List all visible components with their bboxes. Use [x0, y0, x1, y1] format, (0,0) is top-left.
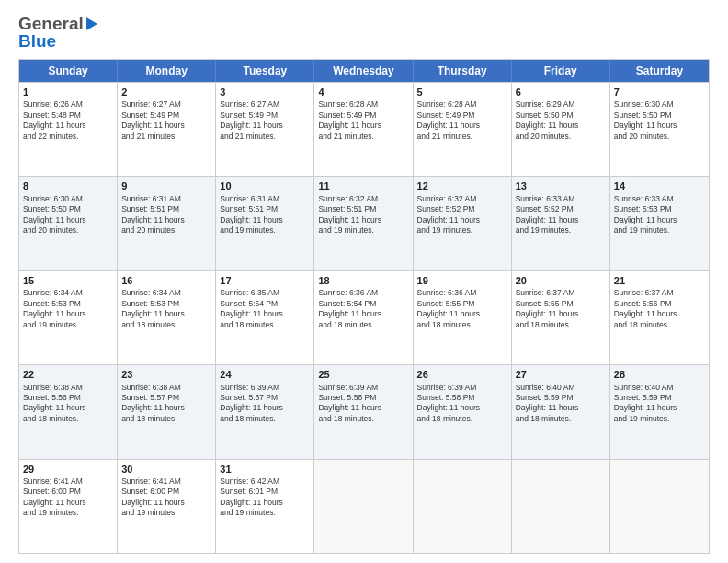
day-info: Sunrise: 6:27 AMSunset: 5:49 PMDaylight:…: [121, 99, 211, 142]
day-cell-10: 10Sunrise: 6:31 AMSunset: 5:51 PMDayligh…: [216, 177, 314, 270]
day-header-tuesday: Tuesday: [216, 60, 314, 82]
day-info: Sunrise: 6:32 AMSunset: 5:51 PMDaylight:…: [318, 194, 408, 236]
day-info: Sunrise: 6:37 AMSunset: 5:55 PMDaylight:…: [516, 288, 606, 330]
day-cell-31: 31Sunrise: 6:42 AMSunset: 6:01 PMDayligh…: [216, 460, 314, 553]
logo-arrow-icon: [86, 17, 97, 30]
day-header-sunday: Sunday: [19, 60, 118, 82]
day-header-saturday: Saturday: [610, 60, 709, 82]
day-info: Sunrise: 6:29 AMSunset: 5:50 PMDaylight:…: [516, 99, 606, 142]
day-info: Sunrise: 6:26 AMSunset: 5:48 PMDaylight:…: [23, 99, 113, 142]
day-number: 14: [614, 179, 705, 192]
day-number: 13: [516, 179, 606, 192]
day-header-friday: Friday: [512, 60, 610, 82]
day-cell-18: 18Sunrise: 6:36 AMSunset: 5:54 PMDayligh…: [314, 271, 413, 364]
day-info: Sunrise: 6:42 AMSunset: 6:01 PMDaylight:…: [220, 477, 310, 519]
day-number: 25: [318, 368, 408, 381]
day-number: 12: [417, 179, 507, 192]
day-number: 27: [516, 368, 606, 381]
calendar-week-1: 1Sunrise: 6:26 AMSunset: 5:48 PMDaylight…: [19, 82, 709, 176]
logo: General Blue: [18, 15, 97, 50]
day-number: 28: [614, 368, 705, 381]
day-cell-16: 16Sunrise: 6:34 AMSunset: 5:53 PMDayligh…: [118, 271, 216, 364]
day-cell-21: 21Sunrise: 6:37 AMSunset: 5:56 PMDayligh…: [610, 271, 709, 364]
day-number: 4: [318, 86, 408, 98]
day-cell-27: 27Sunrise: 6:40 AMSunset: 5:59 PMDayligh…: [512, 365, 610, 458]
day-info: Sunrise: 6:33 AMSunset: 5:53 PMDaylight:…: [614, 194, 705, 236]
calendar: SundayMondayTuesdayWednesdayThursdayFrid…: [18, 59, 710, 554]
day-cell-4: 4Sunrise: 6:28 AMSunset: 5:49 PMDaylight…: [314, 83, 413, 176]
day-number: 26: [417, 368, 507, 381]
day-info: Sunrise: 6:34 AMSunset: 5:53 PMDaylight:…: [121, 288, 211, 330]
day-info: Sunrise: 6:28 AMSunset: 5:49 PMDaylight:…: [318, 99, 408, 142]
day-number: 18: [318, 274, 408, 287]
day-cell-9: 9Sunrise: 6:31 AMSunset: 5:51 PMDaylight…: [118, 177, 216, 270]
calendar-week-5: 29Sunrise: 6:41 AMSunset: 6:00 PMDayligh…: [19, 459, 709, 553]
day-number: 15: [23, 274, 113, 287]
logo-blue-text: Blue: [18, 32, 97, 50]
calendar-header: SundayMondayTuesdayWednesdayThursdayFrid…: [19, 60, 709, 82]
empty-cell: [414, 460, 512, 553]
day-cell-1: 1Sunrise: 6:26 AMSunset: 5:48 PMDaylight…: [19, 83, 118, 176]
logo-text: General: [18, 15, 84, 32]
day-info: Sunrise: 6:30 AMSunset: 5:50 PMDaylight:…: [614, 99, 705, 142]
day-cell-26: 26Sunrise: 6:39 AMSunset: 5:58 PMDayligh…: [414, 365, 512, 458]
day-cell-30: 30Sunrise: 6:41 AMSunset: 6:00 PMDayligh…: [118, 460, 216, 553]
day-cell-17: 17Sunrise: 6:35 AMSunset: 5:54 PMDayligh…: [216, 271, 314, 364]
day-number: 6: [516, 86, 606, 98]
day-info: Sunrise: 6:27 AMSunset: 5:49 PMDaylight:…: [220, 99, 310, 142]
page: General Blue SundayMondayTuesdayWednesda…: [0, 0, 728, 563]
day-cell-23: 23Sunrise: 6:38 AMSunset: 5:57 PMDayligh…: [118, 365, 216, 458]
day-number: 5: [417, 86, 507, 98]
day-info: Sunrise: 6:33 AMSunset: 5:52 PMDaylight:…: [516, 194, 606, 236]
day-header-thursday: Thursday: [414, 60, 512, 82]
day-info: Sunrise: 6:28 AMSunset: 5:49 PMDaylight:…: [417, 99, 507, 142]
day-cell-13: 13Sunrise: 6:33 AMSunset: 5:52 PMDayligh…: [512, 177, 610, 270]
day-cell-8: 8Sunrise: 6:30 AMSunset: 5:50 PMDaylight…: [19, 177, 118, 270]
calendar-body: 1Sunrise: 6:26 AMSunset: 5:48 PMDaylight…: [19, 82, 709, 553]
day-number: 2: [121, 86, 211, 98]
empty-cell: [512, 460, 610, 553]
day-number: 9: [121, 179, 211, 192]
day-number: 16: [121, 274, 211, 287]
day-cell-20: 20Sunrise: 6:37 AMSunset: 5:55 PMDayligh…: [512, 271, 610, 364]
day-info: Sunrise: 6:31 AMSunset: 5:51 PMDaylight:…: [121, 194, 211, 236]
day-header-wednesday: Wednesday: [314, 60, 413, 82]
day-info: Sunrise: 6:37 AMSunset: 5:56 PMDaylight:…: [614, 288, 705, 330]
day-cell-29: 29Sunrise: 6:41 AMSunset: 6:00 PMDayligh…: [19, 460, 118, 553]
day-number: 3: [220, 86, 310, 98]
day-cell-7: 7Sunrise: 6:30 AMSunset: 5:50 PMDaylight…: [610, 83, 709, 176]
day-cell-5: 5Sunrise: 6:28 AMSunset: 5:49 PMDaylight…: [414, 83, 512, 176]
day-info: Sunrise: 6:39 AMSunset: 5:57 PMDaylight:…: [220, 383, 310, 425]
day-info: Sunrise: 6:34 AMSunset: 5:53 PMDaylight:…: [23, 288, 113, 330]
day-number: 24: [220, 368, 310, 381]
day-number: 20: [516, 274, 606, 287]
day-number: 8: [23, 179, 113, 192]
day-info: Sunrise: 6:39 AMSunset: 5:58 PMDaylight:…: [417, 383, 507, 425]
day-info: Sunrise: 6:40 AMSunset: 5:59 PMDaylight:…: [516, 383, 606, 425]
day-number: 21: [614, 274, 705, 287]
day-info: Sunrise: 6:41 AMSunset: 6:00 PMDaylight:…: [121, 477, 211, 519]
day-cell-19: 19Sunrise: 6:36 AMSunset: 5:55 PMDayligh…: [414, 271, 512, 364]
day-cell-2: 2Sunrise: 6:27 AMSunset: 5:49 PMDaylight…: [118, 83, 216, 176]
day-info: Sunrise: 6:39 AMSunset: 5:58 PMDaylight:…: [318, 383, 408, 425]
day-number: 1: [23, 86, 113, 98]
day-info: Sunrise: 6:36 AMSunset: 5:55 PMDaylight:…: [417, 288, 507, 330]
day-number: 31: [220, 463, 310, 476]
calendar-week-2: 8Sunrise: 6:30 AMSunset: 5:50 PMDaylight…: [19, 176, 709, 270]
day-cell-24: 24Sunrise: 6:39 AMSunset: 5:57 PMDayligh…: [216, 365, 314, 458]
day-info: Sunrise: 6:32 AMSunset: 5:52 PMDaylight:…: [417, 194, 507, 236]
header: General Blue: [18, 15, 710, 50]
day-number: 19: [417, 274, 507, 287]
day-cell-22: 22Sunrise: 6:38 AMSunset: 5:56 PMDayligh…: [19, 365, 118, 458]
day-number: 22: [23, 368, 113, 381]
day-info: Sunrise: 6:40 AMSunset: 5:59 PMDaylight:…: [614, 383, 705, 425]
day-cell-6: 6Sunrise: 6:29 AMSunset: 5:50 PMDaylight…: [512, 83, 610, 176]
day-number: 29: [23, 463, 113, 476]
day-info: Sunrise: 6:36 AMSunset: 5:54 PMDaylight:…: [318, 288, 408, 330]
day-cell-3: 3Sunrise: 6:27 AMSunset: 5:49 PMDaylight…: [216, 83, 314, 176]
day-number: 17: [220, 274, 310, 287]
empty-cell: [314, 460, 413, 553]
day-info: Sunrise: 6:38 AMSunset: 5:57 PMDaylight:…: [121, 383, 211, 425]
day-info: Sunrise: 6:38 AMSunset: 5:56 PMDaylight:…: [23, 383, 113, 425]
day-cell-15: 15Sunrise: 6:34 AMSunset: 5:53 PMDayligh…: [19, 271, 118, 364]
